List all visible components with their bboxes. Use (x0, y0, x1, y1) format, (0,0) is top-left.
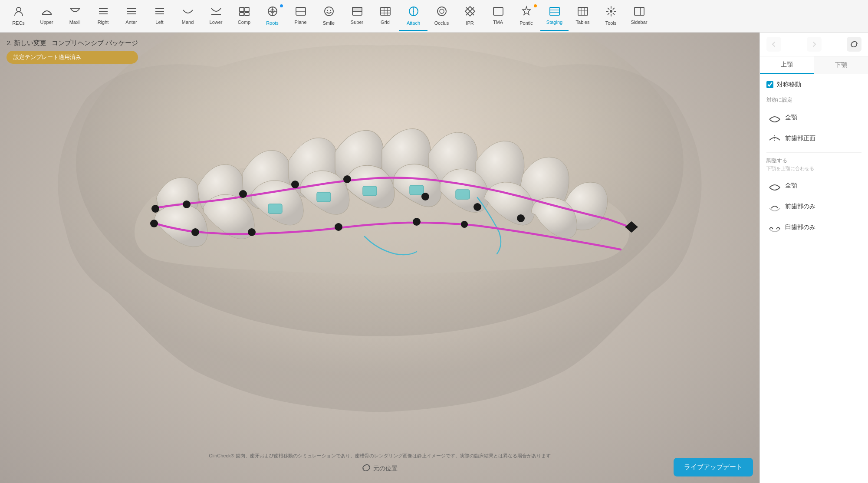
toolbar-comp[interactable]: Comp (230, 1, 258, 31)
sidebar-toggle-icon (634, 7, 645, 19)
toolbar-upper[interactable]: Upper (33, 1, 61, 31)
toolbar-tma[interactable]: TMA (484, 1, 512, 31)
mand-icon (182, 7, 194, 19)
toolbar-attach[interactable]: Attach (399, 1, 427, 31)
info-badge: 2. 新しい変更 コンプリヘンシブ パッケージ 設定テンプレート適用済み (7, 39, 138, 64)
attach-icon (408, 6, 419, 20)
symmetric-move-label: 対称移動 (777, 81, 801, 89)
toolbar-left[interactable]: Left (145, 1, 174, 31)
toolbar-right[interactable]: Right (89, 1, 117, 31)
toolbar-tables[interactable]: Tables (569, 1, 597, 31)
molar-only-label: 臼歯部のみ (785, 223, 815, 231)
origin-icon (362, 464, 371, 473)
svg-rect-54 (456, 190, 470, 199)
plane-icon (295, 7, 306, 19)
super-label: Super (351, 20, 363, 25)
super-icon (352, 7, 363, 19)
svg-point-37 (440, 9, 444, 13)
roots-label: Roots (266, 20, 279, 26)
svg-rect-52 (363, 186, 377, 196)
front-face-option[interactable]: 前歯部正面 (766, 129, 861, 148)
front-only-option[interactable]: 前歯部のみ (766, 197, 861, 216)
svg-point-62 (517, 214, 525, 222)
svg-point-60 (421, 193, 429, 200)
upper-jaw-tab[interactable]: 上顎 (760, 56, 814, 74)
nav-reset-button[interactable] (847, 37, 861, 52)
sidebar-nav (760, 33, 868, 56)
all-jaw-adjust-option[interactable]: 全顎 (766, 176, 861, 195)
origin-label: 元の位置 (373, 465, 398, 473)
svg-point-25 (330, 10, 331, 10)
molar-only-option[interactable]: 臼歯部のみ (766, 218, 861, 237)
occlus-icon (436, 6, 447, 20)
svg-rect-53 (410, 185, 424, 195)
symmetric-move-checkbox[interactable] (766, 81, 773, 88)
svg-point-24 (327, 10, 328, 10)
adjust-subtitle: 下顎を上顎に合わせる (766, 165, 861, 172)
comp-icon (239, 7, 250, 19)
svg-point-67 (461, 221, 468, 228)
toolbar-anter[interactable]: Anter (117, 1, 145, 31)
ipr-label: IPR (466, 20, 473, 26)
toolbar-sidebar-toggle[interactable]: Sidebar (625, 1, 653, 31)
jaw-tabs: 上顎 下顎 (760, 56, 868, 74)
toolbar-grid[interactable]: Grid (371, 1, 399, 31)
symmetric-set-title: 対称に設定 (766, 96, 861, 104)
staging-icon (549, 7, 560, 19)
molar-only-icon (769, 221, 781, 233)
svg-point-56 (183, 200, 191, 208)
tables-icon (577, 7, 589, 19)
svg-point-46 (610, 10, 612, 13)
toolbar-mand[interactable]: Mand (174, 1, 202, 31)
svg-rect-16 (245, 13, 249, 16)
lower-jaw-tab[interactable]: 下顎 (814, 56, 868, 74)
nav-forward-button[interactable] (807, 37, 822, 52)
toolbar-occlus[interactable]: Occlus (427, 1, 456, 31)
front-only-label: 前歯部のみ (785, 203, 815, 210)
toolbar-super[interactable]: Super (343, 1, 371, 31)
origin-button[interactable]: 元の位置 (355, 460, 404, 476)
svg-rect-15 (240, 13, 244, 16)
toolbar-lower[interactable]: Lower (202, 1, 230, 31)
svg-point-61 (473, 203, 481, 211)
roots-dot (280, 4, 283, 7)
staging-label: Staging (546, 20, 562, 25)
right-label: Right (98, 20, 109, 25)
upper-label: Upper (40, 20, 53, 25)
toolbar-staging[interactable]: Staging (540, 1, 569, 31)
toolbar-ipr[interactable]: IPR (456, 1, 484, 31)
front-face-label: 前歯部正面 (785, 135, 815, 142)
toolbar-tools[interactable]: Tools (597, 1, 625, 31)
svg-rect-28 (381, 7, 390, 15)
anter-icon (126, 7, 137, 19)
sidebar-panel: 上顎 下顎 対称移動 対称に設定 全顎 (760, 33, 868, 483)
live-update-button[interactable]: ライブアップデート (674, 458, 753, 476)
nav-back-button[interactable] (766, 37, 781, 52)
left-label: Left (155, 20, 163, 25)
viewport[interactable]: 2. 新しい変更 コンプリヘンシブ パッケージ 設定テンプレート適用済み Cli… (0, 33, 760, 483)
recs-icon (13, 6, 24, 20)
svg-rect-39 (550, 7, 559, 15)
upper-icon (41, 7, 53, 19)
front-only-icon (769, 200, 781, 213)
main-toolbar: RECs Upper Maxil Right Anter Left (0, 0, 868, 33)
attach-label: Attach (407, 20, 420, 26)
toolbar-plane[interactable]: Plane (286, 1, 315, 31)
svg-rect-27 (352, 7, 362, 11)
bottom-controls: 元の位置 (355, 460, 404, 476)
change-text: 2. 新しい変更 コンプリヘンシブ パッケージ (7, 39, 138, 46)
maxil-label: Maxil (69, 20, 81, 25)
svg-point-57 (239, 190, 247, 198)
roots-icon (267, 6, 278, 20)
all-jaw-option[interactable]: 全顎 (766, 108, 861, 127)
recs-label: RECs (12, 20, 25, 26)
all-jaw-adjust-icon (769, 180, 781, 192)
toolbar-pontic[interactable]: Pontic (512, 1, 540, 31)
toolbar-maxil[interactable]: Maxil (61, 1, 89, 31)
svg-rect-14 (245, 7, 249, 12)
svg-rect-50 (268, 204, 282, 214)
toolbar-roots[interactable]: Roots (258, 1, 286, 31)
toolbar-smile[interactable]: Smile (315, 1, 343, 31)
occlus-label: Occlus (434, 20, 449, 26)
toolbar-recs[interactable]: RECs (4, 1, 33, 31)
